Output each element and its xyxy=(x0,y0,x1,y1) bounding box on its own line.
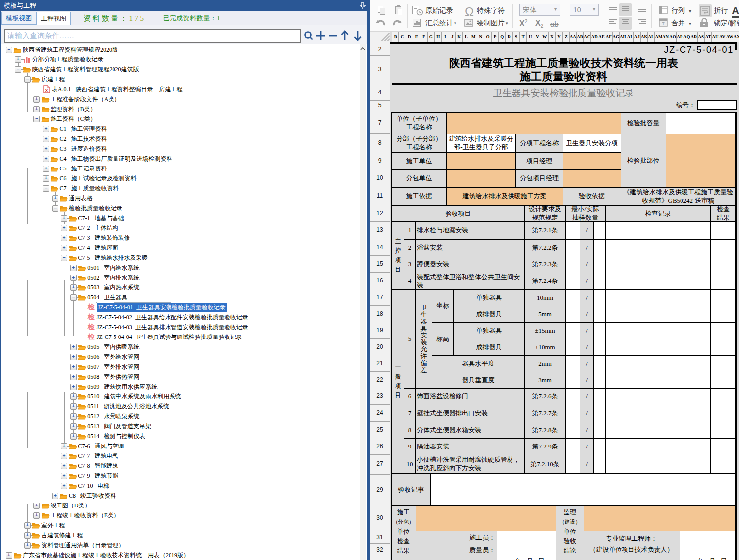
svg-text:T: T xyxy=(662,21,665,26)
svg-text:x: x xyxy=(45,88,48,93)
